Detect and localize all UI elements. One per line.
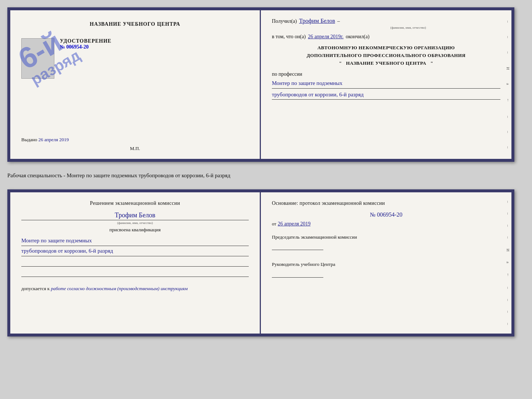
dopuskaetsya-value: работе согласно должностным (производств… (51, 286, 187, 291)
udost-info: УДОСТОВЕРЕНИЕ № 006954-20 (60, 38, 111, 50)
po-professii-label: по профессии (272, 71, 500, 77)
rb-char-4: – (506, 236, 510, 239)
fio-sublabel-bottom: (фамилия, имя, отчество) (21, 221, 249, 225)
right-char-1: – (506, 21, 510, 23)
middle-text: Рабочая специальность - Монтер по защите… (7, 168, 525, 183)
blank-line2 (21, 269, 249, 277)
udost-num: № 006954-20 (60, 44, 111, 50)
right-edge-chars: – – – И а ← – – – (505, 10, 511, 159)
org-quote-close: " (431, 60, 434, 66)
org-quote-open: " (339, 60, 342, 66)
doc-top-right: Получил(а) Трофим Белов – (фамилия, имя,… (261, 10, 511, 159)
profession-line1: Монтер по защите подземных (272, 79, 500, 89)
udost-area: УДОСТОВЕРЕНИЕ № 006954-20 (21, 38, 249, 79)
dash1: – (337, 18, 340, 24)
vydano-line: Выдано 26 апреля 2019 (21, 129, 249, 143)
right-char-2: – (506, 36, 510, 38)
mp-label: М.П. (130, 146, 140, 152)
udost-label: УДОСТОВЕРЕНИЕ (60, 38, 111, 44)
rb-char-10: – (506, 311, 510, 313)
rukovoditel-block: Руководитель учебного Центра (272, 260, 500, 280)
page-wrapper: НАЗВАНИЕ УЧЕБНОГО ЦЕНТРА УДОСТОВЕРЕНИЕ №… (7, 7, 525, 336)
org-name-line: " НАЗВАНИЕ УЧЕБНОГО ЦЕНТРА " (272, 60, 500, 67)
kvalif-line2: трубопроводов от коррозии, 6-й разряд (21, 246, 249, 256)
ot-date: 26 апреля 2019 (278, 221, 310, 227)
right-edge-chars-bottom: – – – – И а ← – – – – (505, 192, 511, 334)
vtom-line: в том, что он(а) 26 апреля 2019г. окончи… (272, 34, 500, 40)
right-char-3: – (506, 51, 510, 54)
rb-char-8: – (506, 287, 510, 289)
rb-char-6: а (506, 261, 510, 263)
org-line2: ДОПОЛНИТЕЛЬНОГО ПРОФЕССИОНАЛЬНОГО ОБРАЗО… (272, 52, 500, 60)
dopuskaetsya-label: допускается к (21, 286, 50, 291)
document-bottom: Решением экзаменационной комиссии Трофим… (7, 189, 514, 336)
rb-char-1: – (506, 201, 510, 203)
org-block: АВТОНОМНУЮ НЕКОММЕРЧЕСКУЮ ОРГАНИЗАЦИЮ ДО… (272, 44, 500, 67)
resheniem-label: Решением экзаменационной комиссии (21, 200, 249, 206)
doc-bottom-right: Основание: протокол экзаменационной коми… (261, 192, 511, 334)
rb-char-11: – (506, 323, 510, 325)
dopuskaetsya-block: допускается к работе согласно должностны… (21, 286, 249, 292)
profession-line2: трубопроводов от коррозии, 6-й разряд (272, 90, 500, 100)
rb-char-7: ← (506, 273, 510, 277)
right-char-9: – (506, 146, 510, 149)
right-char-5: а (506, 83, 510, 85)
vydano-date: 26 апреля 2019 (39, 137, 69, 142)
vtom-label: в том, что он(а) (272, 34, 306, 40)
document-top: НАЗВАНИЕ УЧЕБНОГО ЦЕНТРА УДОСТОВЕРЕНИЕ №… (7, 7, 514, 162)
org-name: НАЗВАНИЕ УЧЕБНОГО ЦЕНТРА (346, 60, 427, 66)
fio-handwritten-bottom: Трофим Белов (21, 211, 249, 220)
rukovoditel-signature-line (272, 277, 323, 278)
doc-top-left: НАЗВАНИЕ УЧЕБНОГО ЦЕНТРА УДОСТОВЕРЕНИЕ №… (10, 10, 261, 159)
blank-line1 (21, 259, 249, 267)
vydano-label: Выдано (21, 137, 37, 142)
right-char-4: И (506, 67, 510, 70)
rb-char-9: – (506, 299, 510, 301)
poluchil-label: Получил(а) (272, 18, 297, 24)
rukovoditel-label: Руководитель учебного Центра (272, 260, 500, 268)
date-handwritten: 26 апреля 2019г. (308, 34, 344, 40)
right-char-7: – (506, 116, 510, 118)
doc-bottom-left: Решением экзаменационной комиссии Трофим… (10, 192, 261, 334)
photo-placeholder (21, 38, 54, 79)
poluchil-line: Получил(а) Трофим Белов – (272, 18, 500, 24)
predsedatel-block: Председатель экзаменационной комиссии (272, 233, 500, 253)
rb-char-3: – (506, 225, 510, 227)
predsedatel-signature-line (272, 250, 323, 250)
prisvoena-label: присвоена квалификация (21, 227, 249, 233)
right-char-6: ← (506, 98, 510, 102)
kvalif-line1: Монтер по защите подземных (21, 236, 249, 246)
right-char-8: – (506, 131, 510, 133)
org-line1: АВТОНОМНУЮ НЕКОММЕРЧЕСКУЮ ОРГАНИЗАЦИЮ (272, 44, 500, 52)
fio-sublabel-top: (фамилия, имя, отчество) (316, 26, 500, 29)
predsedatel-label: Председатель экзаменационной комиссии (272, 233, 500, 241)
osnovanie-label: Основание: протокол экзаменационной коми… (272, 200, 500, 206)
fio-handwritten-top: Трофим Белов (299, 18, 335, 24)
top-left-title: НАЗВАНИЕ УЧЕБНОГО ЦЕНТРА (90, 21, 180, 27)
okochil-label: окончил(а) (346, 34, 370, 40)
rb-char-5: И (506, 249, 510, 252)
ot-label: от (272, 221, 276, 227)
protocol-num: № 006954-20 (272, 211, 500, 218)
ot-line: от 26 апреля 2019 (272, 221, 500, 227)
rb-char-2: – (506, 213, 510, 215)
